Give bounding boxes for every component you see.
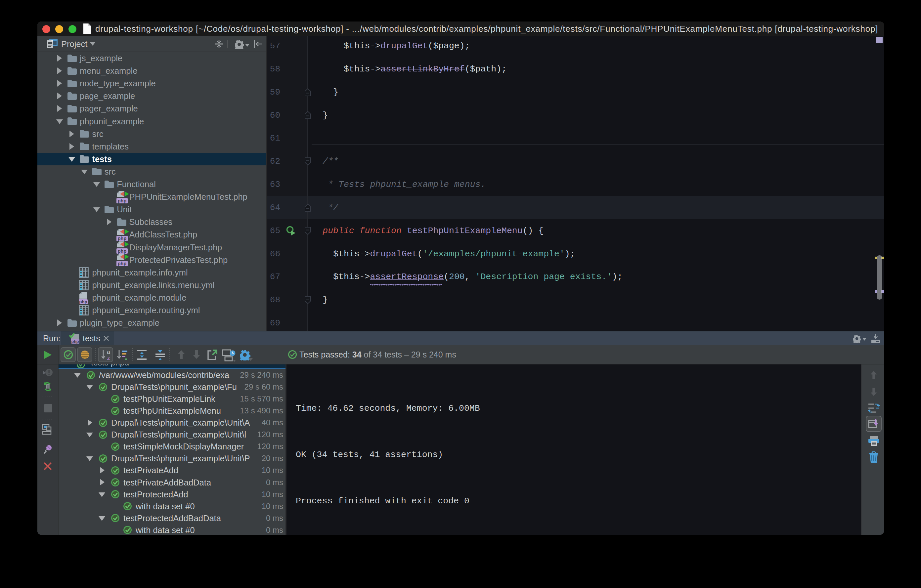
svg-text:a: a — [107, 349, 110, 355]
svg-text:php: php — [72, 339, 79, 344]
svg-text:php: php — [117, 198, 126, 203]
svg-text:php: php — [117, 249, 126, 253]
svg-text:z: z — [107, 355, 110, 361]
svg-text:php: php — [80, 299, 88, 304]
svg-text:php: php — [117, 236, 126, 241]
svg-text:php: php — [117, 261, 126, 266]
